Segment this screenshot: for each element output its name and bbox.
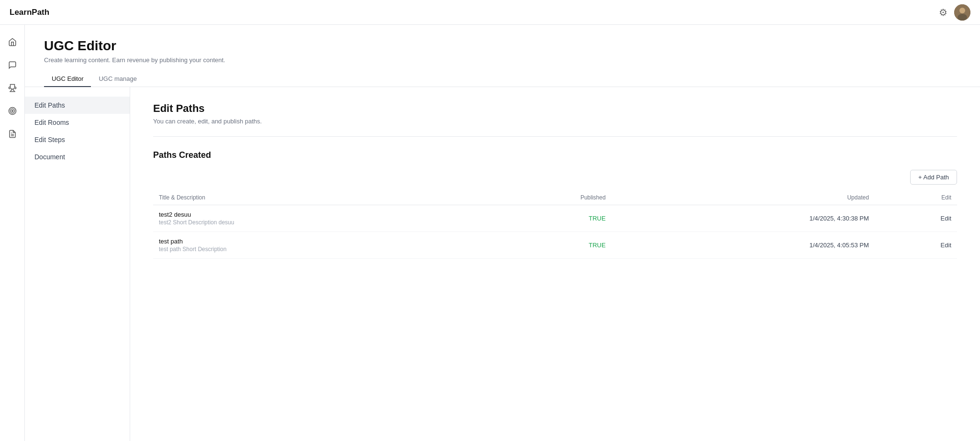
divider (153, 136, 957, 137)
published-cell: TRUE (475, 232, 612, 259)
edit-cell: Edit (875, 232, 957, 259)
svg-point-4 (10, 109, 14, 113)
path-title: test path (159, 238, 469, 245)
page-tabs: UGC Editor UGC manage (44, 71, 961, 87)
add-path-button[interactable]: + Add Path (910, 170, 957, 185)
brand-logo: LearnPath (10, 8, 49, 17)
main-panel: Edit Paths You can create, edit, and pub… (130, 87, 980, 441)
path-title-desc-cell: test2 desuu test2 Short Description desu… (153, 205, 475, 232)
table-row: test path test path Short Description TR… (153, 232, 957, 259)
document-icon[interactable] (3, 124, 22, 143)
badge-icon[interactable] (3, 101, 22, 121)
content-body: Edit Paths Edit Rooms Edit Steps Documen… (25, 87, 980, 441)
tab-ugc-editor[interactable]: UGC Editor (44, 71, 91, 87)
published-status: TRUE (589, 242, 605, 249)
add-path-row: + Add Path (153, 170, 957, 185)
table-body: test2 desuu test2 Short Description desu… (153, 205, 957, 259)
path-title-desc-cell: test path test path Short Description (153, 232, 475, 259)
updated-date: 1/4/2025, 4:30:38 PM (810, 215, 869, 222)
page-header: UGC Editor Create learning content. Earn… (25, 25, 980, 87)
updated-date: 1/4/2025, 4:05:53 PM (810, 242, 869, 249)
table-header: Title & Description Published Updated Ed… (153, 190, 957, 205)
paths-table: Title & Description Published Updated Ed… (153, 190, 957, 259)
top-nav: LearnPath ⚙ (0, 0, 980, 25)
table-row: test2 desuu test2 Short Description desu… (153, 205, 957, 232)
col-updated: Updated (612, 190, 875, 205)
svg-point-1 (959, 8, 965, 13)
section-title: Paths Created (153, 150, 957, 160)
app-layout: UGC Editor Create learning content. Earn… (0, 25, 980, 441)
panel-description: You can create, edit, and publish paths. (153, 118, 957, 125)
edit-cell: Edit (875, 205, 957, 232)
avatar[interactable] (954, 4, 970, 21)
col-title-desc: Title & Description (153, 190, 475, 205)
settings-icon[interactable]: ⚙ (939, 7, 947, 18)
published-cell: TRUE (475, 205, 612, 232)
page-subtitle: Create learning content. Earn revenue by… (44, 56, 961, 64)
published-status: TRUE (589, 215, 605, 222)
sidebar-item-edit-paths[interactable]: Edit Paths (25, 97, 130, 114)
edit-link[interactable]: Edit (941, 242, 951, 249)
chat-icon[interactable] (3, 55, 22, 75)
path-title: test2 desuu (159, 211, 469, 218)
path-description: test path Short Description (159, 246, 469, 253)
sidebar-item-edit-rooms[interactable]: Edit Rooms (25, 114, 130, 131)
top-nav-right: ⚙ (939, 4, 970, 21)
tab-ugc-manage[interactable]: UGC manage (91, 71, 144, 87)
secondary-sidebar: Edit Paths Edit Rooms Edit Steps Documen… (25, 87, 130, 441)
trophy-icon[interactable] (3, 78, 22, 98)
svg-point-5 (11, 110, 13, 112)
col-published: Published (475, 190, 612, 205)
main-content: UGC Editor Create learning content. Earn… (25, 25, 980, 441)
updated-cell: 1/4/2025, 4:05:53 PM (612, 232, 875, 259)
svg-point-2 (958, 14, 967, 21)
edit-link[interactable]: Edit (941, 215, 951, 222)
sidebar-item-document[interactable]: Document (25, 148, 130, 165)
sidebar-item-edit-steps[interactable]: Edit Steps (25, 131, 130, 148)
page-title: UGC Editor (44, 38, 961, 54)
sidebar-icons (0, 25, 25, 441)
updated-cell: 1/4/2025, 4:30:38 PM (612, 205, 875, 232)
path-description: test2 Short Description desuu (159, 219, 469, 226)
home-icon[interactable] (3, 33, 22, 52)
panel-title: Edit Paths (153, 102, 957, 115)
col-edit: Edit (875, 190, 957, 205)
